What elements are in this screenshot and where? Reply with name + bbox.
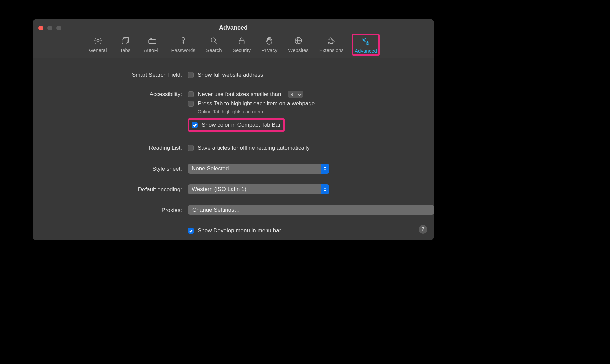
option-show-develop[interactable]: Show Develop menu in menu bar [188,227,434,234]
label-accessibility: Accessibility: [33,91,182,98]
checkbox-show-color-compact[interactable] [192,122,198,128]
preferences-toolbar: General Tabs AutoFill Passwords [33,34,434,56]
magnify-icon [209,36,219,45]
gear-icon [93,36,103,45]
toolbar-tab-websites[interactable]: Websites [286,34,310,56]
select-default-encoding[interactable]: Western (ISO Latin 1) [188,184,329,194]
toolbar-tab-advanced[interactable]: Advanced [352,34,380,56]
tabs-icon [121,36,130,45]
select-value: Western (ISO Latin 1) [192,186,246,193]
hand-icon [265,36,274,45]
option-never-font-smaller[interactable]: Never use font sizes smaller than 9 [188,91,434,98]
toolbar-tab-passwords[interactable]: Passwords [169,34,197,56]
window-title: Advanced [33,24,434,31]
svg-rect-2 [149,40,156,44]
label-default-encoding: Default encoding: [33,186,182,193]
toolbar-tab-privacy[interactable]: Privacy [259,34,279,56]
svg-rect-5 [239,40,244,44]
option-text: Show color in Compact Tab Bar [202,122,281,128]
puzzle-icon [327,36,336,45]
checkbox-show-full-address[interactable] [188,72,194,78]
label-style-sheet: Style sheet: [33,165,182,172]
toolbar-tab-autofill[interactable]: AutoFill [142,34,163,56]
option-text: Show full website address [198,72,263,78]
checkbox-never-font-smaller[interactable] [188,91,194,97]
toolbar-label: Advanced [355,48,377,54]
help-button[interactable]: ? [419,225,427,234]
svg-point-4 [211,38,215,42]
toolbar-label: Search [206,47,222,53]
chevron-down-icon[interactable] [297,92,302,97]
toolbar-label: AutoFill [144,47,161,53]
option-press-tab[interactable]: Press Tab to highlight each item on a we… [188,100,434,107]
gears-icon [361,37,370,46]
label-smart-search: Smart Search Field: [33,71,182,78]
toolbar-label: Extensions [319,47,343,53]
label-proxies: Proxies: [33,207,182,213]
globe-icon [294,36,303,45]
highlight-show-color-compact: Show color in Compact Tab Bar [188,118,285,132]
select-value: None Selected [192,165,229,172]
toolbar-tab-search[interactable]: Search [204,34,224,56]
content-pane: Smart Search Field: Show full website ad… [33,58,434,240]
button-label: Change Settings… [192,207,240,213]
svg-point-3 [182,37,185,40]
font-size-value: 9 [289,91,294,97]
svg-point-8 [367,42,368,44]
option-text: Show Develop menu in menu bar [198,227,281,234]
toolbar-label: Websites [288,47,308,53]
label-empty [33,231,182,231]
help-label: ? [421,226,425,232]
option-text: Never use font sizes smaller than [198,91,281,98]
toolbar-tab-tabs[interactable]: Tabs [115,34,135,56]
option-tab-hint: Option-Tab highlights each item. [198,109,434,114]
checkbox-save-offline[interactable] [188,145,194,151]
select-style-sheet[interactable]: None Selected [188,164,329,174]
lock-icon [237,36,246,45]
font-size-stepper[interactable]: 9 [288,91,303,98]
updown-icon [321,184,329,194]
titlebar: Advanced General Tabs AutoFill [33,19,434,58]
option-show-color-compact[interactable]: Show color in Compact Tab Bar [192,122,281,128]
change-settings-button[interactable]: Change Settings… [188,205,434,215]
pencil-box-icon [148,36,157,45]
toolbar-label: General [89,47,107,53]
toolbar-tab-security[interactable]: Security [231,34,253,56]
toolbar-tab-general[interactable]: General [87,34,109,56]
option-show-full-address[interactable]: Show full website address [188,72,434,78]
option-save-offline[interactable]: Save articles for offline reading automa… [188,145,434,151]
toolbar-tab-extensions[interactable]: Extensions [317,34,345,56]
updown-icon [321,164,329,174]
checkbox-show-develop[interactable] [188,228,194,234]
svg-rect-1 [122,39,127,44]
toolbar-label: Tabs [120,47,131,53]
preferences-window: Advanced General Tabs AutoFill [33,19,434,240]
option-text: Press Tab to highlight each item on a we… [198,100,315,107]
svg-point-7 [364,39,365,41]
option-text: Save articles for offline reading automa… [198,145,310,151]
svg-point-0 [97,40,99,42]
key-icon [179,36,188,45]
label-reading-list: Reading List: [33,144,182,151]
toolbar-label: Passwords [171,47,195,53]
toolbar-label: Privacy [261,47,277,53]
checkbox-press-tab[interactable] [188,101,194,107]
toolbar-label: Security [233,47,251,53]
